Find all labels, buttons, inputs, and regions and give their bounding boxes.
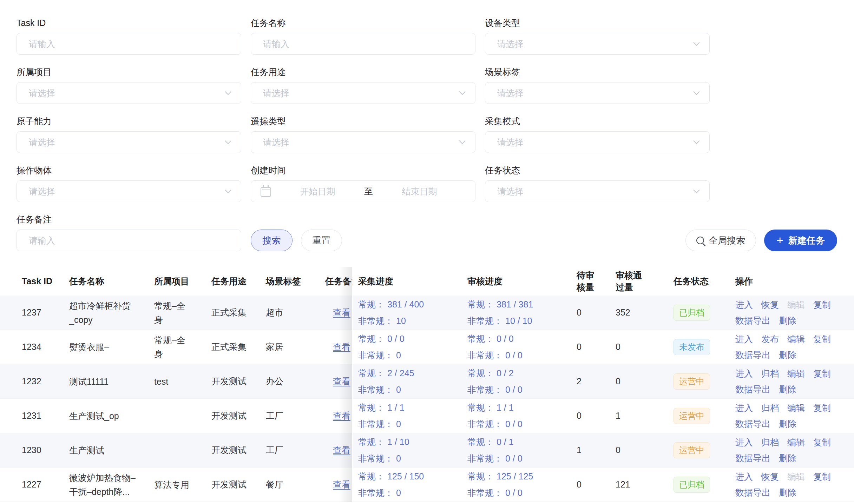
action-export-link[interactable]: 数据导出: [735, 349, 770, 361]
action-archive-link[interactable]: 归档: [761, 368, 779, 379]
action-edit-link[interactable]: 编辑: [787, 368, 805, 379]
create_time-picker[interactable]: 开始日期至结束日期: [251, 180, 475, 202]
create_time-start-placeholder[interactable]: 开始日期: [271, 186, 364, 197]
action-delete-link[interactable]: 删除: [779, 384, 796, 395]
filter-section: Task ID任务名称设备类型请选择所属项目请选择任务用途请选择场景标签请选择原…: [0, 0, 854, 251]
progress-line: 非常规：0: [358, 383, 467, 396]
action-restore-link[interactable]: 恢复: [761, 299, 779, 311]
progress-label: 非常规：: [358, 349, 393, 362]
review-progress-cell: 常规：0 / 1非常规：0 / 0: [467, 435, 574, 465]
view-remark-link[interactable]: 查看: [333, 411, 350, 420]
header-status: 任务状态: [669, 276, 732, 287]
action-copy-link[interactable]: 复制: [813, 402, 831, 414]
action-copy-link[interactable]: 复制: [813, 368, 831, 379]
action-links: 进入恢复编辑复制数据导出删除: [735, 299, 841, 326]
task_purpose-placeholder: 请选择: [263, 87, 460, 99]
status-cell: 未发布: [669, 339, 732, 355]
action-export-link[interactable]: 数据导出: [735, 452, 770, 464]
header-scene-label: 场景标签: [266, 276, 301, 286]
progress-value: 0 / 0: [505, 383, 523, 396]
toolbar-right: 全局搜索 + 新建任务: [685, 230, 837, 251]
scene_tag-select[interactable]: 请选择: [485, 82, 710, 104]
search-button[interactable]: 搜索: [251, 230, 293, 251]
teleop_type-select[interactable]: 请选择: [251, 131, 475, 153]
view-remark-link[interactable]: 查看: [333, 342, 350, 352]
action-edit-link[interactable]: 编辑: [787, 437, 805, 448]
atomic_ability-placeholder: 请选择: [29, 137, 226, 148]
action-enter-link[interactable]: 进入: [735, 299, 753, 311]
action-export-link[interactable]: 数据导出: [735, 384, 770, 395]
view-remark-link[interactable]: 查看: [333, 307, 350, 317]
collect_mode-select[interactable]: 请选择: [485, 131, 710, 153]
action-enter-link[interactable]: 进入: [735, 333, 753, 345]
atomic_ability-select[interactable]: 请选择: [17, 131, 241, 153]
filter-field-task_purpose: 任务用途请选择: [251, 67, 475, 104]
task-id-value: 1237: [22, 307, 41, 317]
task_purpose-select[interactable]: 请选择: [251, 82, 475, 104]
progress-label: 常规：: [358, 332, 385, 345]
scene-cell: 办公: [266, 376, 325, 387]
action-copy-link[interactable]: 复制: [813, 437, 831, 448]
progress-value: 0 / 0: [505, 417, 523, 431]
pending-review-value: 2: [577, 376, 582, 386]
task_remark-input[interactable]: [17, 230, 241, 251]
task_name-input-wrap: [251, 33, 475, 55]
reset-button[interactable]: 重置: [301, 230, 342, 251]
header-review-label: 审核进度: [467, 276, 574, 287]
progress-line: 常规：1 / 1: [358, 401, 467, 414]
operate_object-select[interactable]: 请选择: [17, 180, 241, 202]
action-copy-link[interactable]: 复制: [813, 333, 831, 345]
action-publish-link[interactable]: 发布: [761, 333, 779, 345]
action-delete-link[interactable]: 删除: [779, 349, 796, 361]
action-edit-link[interactable]: 编辑: [787, 402, 805, 414]
view-remark-link[interactable]: 查看: [333, 479, 350, 489]
project-cell: 算法专用: [154, 478, 211, 492]
action-export-link[interactable]: 数据导出: [735, 487, 770, 498]
task_name-input[interactable]: [251, 33, 475, 54]
action-enter-link[interactable]: 进入: [735, 437, 753, 448]
collect-progress-cell: 常规：1 / 1非常规：0: [353, 401, 467, 431]
action-archive-link[interactable]: 归档: [761, 402, 779, 414]
new-task-button[interactable]: + 新建任务: [764, 230, 837, 251]
action-delete-link[interactable]: 删除: [779, 452, 796, 464]
status-badge: 已归档: [674, 305, 710, 321]
action-enter-link[interactable]: 进入: [735, 402, 753, 414]
purpose-value: 开发测试: [211, 479, 247, 489]
progress-value: 1 / 10: [387, 435, 409, 449]
action-archive-link[interactable]: 归档: [761, 437, 779, 448]
progress-label: 常规：: [358, 435, 385, 449]
view-remark-link[interactable]: 查看: [333, 376, 350, 386]
action-copy-link[interactable]: 复制: [813, 299, 831, 311]
table-row-1230: 1230生产测试开发测试工厂查看常规：1 / 10非常规：0常规：0 / 1非常…: [0, 433, 854, 467]
task_status-select[interactable]: 请选择: [485, 180, 710, 202]
approved-value: 1: [616, 411, 620, 420]
filter-field-collect_mode: 采集模式请选择: [485, 116, 710, 153]
action-edit-link[interactable]: 编辑: [787, 333, 805, 345]
collect-progress-cell: 常规：381 / 400非常规：10: [353, 298, 467, 327]
view-remark-link[interactable]: 查看: [333, 445, 350, 455]
action-delete-link[interactable]: 删除: [779, 315, 796, 326]
progress-line: 非常规：0 / 0: [467, 349, 574, 362]
action-enter-link[interactable]: 进入: [735, 471, 753, 483]
global-search-button[interactable]: 全局搜索: [685, 230, 756, 251]
action-export-link[interactable]: 数据导出: [735, 418, 770, 430]
device_type-placeholder: 请选择: [497, 38, 694, 50]
task-name-cell: 熨烫衣服–: [69, 340, 154, 354]
project-select[interactable]: 请选择: [17, 82, 241, 104]
action-enter-link[interactable]: 进入: [735, 368, 753, 379]
action-restore-link[interactable]: 恢复: [761, 471, 779, 483]
task_id-input[interactable]: [17, 33, 241, 54]
header-pending-label: 待审核量: [577, 269, 596, 293]
progress-label: 常规：: [467, 298, 494, 311]
header-approved: 审核通过量: [615, 269, 669, 293]
action-export-link[interactable]: 数据导出: [735, 315, 770, 326]
action-delete-link[interactable]: 删除: [779, 487, 796, 498]
device_type-label: 设备类型: [485, 18, 710, 28]
action-copy-link[interactable]: 复制: [813, 471, 831, 483]
create_time-end-placeholder[interactable]: 结束日期: [373, 186, 466, 197]
task-name-value: 生产测试: [69, 445, 104, 455]
purpose-cell: 开发测试: [211, 444, 266, 456]
device_type-select[interactable]: 请选择: [485, 33, 710, 55]
action-delete-link[interactable]: 删除: [779, 418, 796, 430]
remark-cell: 查看: [325, 341, 353, 353]
